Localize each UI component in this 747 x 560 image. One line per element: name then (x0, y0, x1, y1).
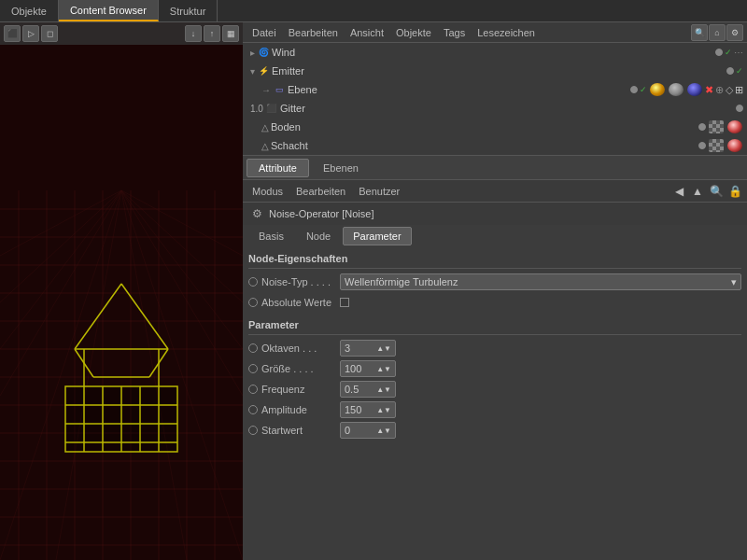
obj-row-emitter[interactable]: ▾ ⚡ Emitter ✓ (243, 62, 747, 80)
menu-tags[interactable]: Tags (438, 25, 471, 40)
startwert-radio[interactable] (248, 426, 258, 435)
svg-line-27 (121, 190, 243, 302)
node-divider (248, 268, 741, 269)
startwert-input[interactable]: 0 ▲▼ (340, 422, 396, 439)
menu-datei[interactable]: Datei (247, 25, 282, 40)
groesse-input[interactable]: 100 ▲▼ (340, 360, 396, 377)
oktaven-radio[interactable] (248, 343, 258, 353)
absolute-werte-label: Absolute Werte (261, 297, 336, 308)
boden-dots (698, 120, 743, 133)
menu-ansicht[interactable]: Ansicht (345, 25, 389, 40)
gitter-name: Gitter (280, 103, 734, 114)
viewport-btn-nav1[interactable]: ↓ (185, 25, 202, 42)
obj-row-gitter[interactable]: 1.0 ⬛ Gitter (243, 99, 747, 118)
viewport-btn-nav2[interactable]: ↑ (204, 25, 220, 42)
absolute-werte-checkbox[interactable] (340, 298, 349, 307)
noise-tab-node[interactable]: Node (296, 227, 341, 245)
top-tab-bar: Objekte Content Browser Struktur (0, 0, 747, 22)
tab-attribute[interactable]: Attribute (247, 159, 309, 177)
schacht-name: Schacht (271, 140, 697, 151)
viewport-btn-2[interactable]: ▷ (22, 25, 39, 42)
frequenz-input[interactable]: 0.5 ▲▼ (340, 381, 396, 398)
menu-home-btn[interactable]: ⌂ (709, 24, 726, 41)
oktaven-stepper-icon: ▲▼ (376, 344, 391, 353)
frequenz-label: Frequenz (261, 384, 336, 395)
noise-type-value: Wellenförmige Turbulenz (345, 276, 458, 287)
svg-line-37 (75, 349, 93, 377)
obj-row-wind[interactable]: ▸ 🌀 Wind ✓ ⋯ (243, 43, 747, 62)
emitter-dots: ✓ (726, 66, 743, 76)
groesse-radio[interactable] (248, 364, 258, 373)
amplitude-label: Amplitude (261, 404, 336, 415)
attr-toolbar-left: Modus Bearbeiten Benutzer (247, 184, 405, 199)
frequenz-radio[interactable] (248, 385, 258, 394)
menu-search-btn[interactable]: 🔍 (691, 24, 708, 41)
attr-benutzer-btn[interactable]: Benutzer (353, 184, 405, 199)
svg-rect-0 (0, 22, 243, 560)
viewport-btn-1[interactable]: ⬛ (4, 25, 21, 42)
svg-line-23 (121, 190, 243, 396)
noise-type-label: Noise-Typ . . . . (261, 276, 336, 287)
node-properties-section: Node-Eigenschaften Noise-Typ . . . . Wel… (243, 247, 747, 319)
svg-line-25 (121, 190, 243, 349)
amplitude-stepper-icon: ▲▼ (376, 406, 391, 414)
svg-line-28 (0, 190, 121, 256)
svg-line-22 (0, 190, 121, 396)
noise-tabs: Basis Node Parameter (243, 225, 747, 247)
parameter-section: Parameter Oktaven . . . 3 ▲▼ Größe . . .… (243, 319, 747, 447)
groesse-row: Größe . . . . 100 ▲▼ (248, 359, 741, 378)
emitter-name: Emitter (272, 65, 725, 77)
tab-ebenen[interactable]: Ebenen (311, 159, 371, 177)
wind-dots: ✓ ⋯ (715, 48, 743, 58)
node-section-title: Node-Eigenschaften (248, 253, 741, 264)
groesse-stepper-icon: ▲▼ (376, 365, 391, 373)
chevron-down-icon: ▾ (731, 276, 737, 288)
menu-options-btn[interactable]: ⚙ (726, 24, 743, 41)
startwert-stepper-icon: ▲▼ (376, 427, 391, 435)
tab-content-browser[interactable]: Content Browser (59, 0, 159, 21)
menu-lesezeichen[interactable]: Lesezeichen (472, 25, 541, 40)
wind-name: Wind (272, 47, 713, 58)
obj-row-boden[interactable]: △ Boden (243, 118, 747, 136)
absolute-werte-row: Absolute Werte (248, 293, 741, 312)
schacht-dots (698, 139, 743, 152)
main-layout: ⬛ ▷ ◻ ↓ ↑ ▦ Datei Bearbeiten Ansicht Obj… (0, 22, 747, 560)
attr-search-icon[interactable]: 🔍 (708, 183, 725, 200)
frequenz-row: Frequenz 0.5 ▲▼ (248, 380, 741, 399)
param-divider (248, 334, 741, 335)
param-section-title: Parameter (248, 319, 741, 330)
noise-type-radio[interactable] (248, 277, 258, 287)
noise-tab-parameter[interactable]: Parameter (343, 227, 411, 245)
svg-line-32 (0, 190, 121, 560)
viewport-btn-3[interactable]: ◻ (41, 25, 58, 42)
menu-bearbeiten[interactable]: Bearbeiten (283, 25, 344, 40)
obj-row-schacht[interactable]: △ Schacht (243, 136, 747, 155)
attr-modus-btn[interactable]: Modus (247, 184, 289, 199)
attr-nav-up-icon[interactable]: ▲ (689, 183, 706, 200)
attr-nav-left-icon[interactable]: ◀ (670, 183, 687, 200)
frequenz-stepper-icon: ▲▼ (376, 385, 391, 394)
noise-tab-basis[interactable]: Basis (248, 227, 294, 245)
svg-line-24 (0, 190, 121, 349)
menu-objekte[interactable]: Objekte (390, 25, 437, 40)
tab-struktur[interactable]: Struktur (159, 0, 218, 21)
emitter-icon: ⚡ (257, 64, 270, 77)
noise-type-dropdown[interactable]: Wellenförmige Turbulenz ▾ (340, 273, 741, 290)
svg-line-31 (121, 190, 187, 560)
viewport-btn-nav3[interactable]: ▦ (222, 25, 239, 42)
attr-lock-icon[interactable]: 🔒 (726, 183, 743, 200)
attr-bearbeiten-btn[interactable]: Bearbeiten (290, 184, 351, 199)
attribute-tabs: Attribute Ebenen (243, 156, 747, 180)
ebene-icon: ▭ (273, 83, 286, 96)
absolute-werte-radio[interactable] (248, 298, 258, 307)
obj-row-ebene[interactable]: → ▭ Ebene ✓ ✖ ⊕ ◇ ⊞ (243, 80, 747, 99)
oktaven-input[interactable]: 3 ▲▼ (340, 340, 396, 357)
groesse-label: Größe . . . . (261, 363, 336, 374)
tab-objekte[interactable]: Objekte (0, 0, 59, 21)
amplitude-radio[interactable] (248, 405, 258, 414)
svg-line-33 (121, 190, 243, 560)
ebene-name: Ebene (288, 84, 628, 95)
svg-line-26 (0, 190, 121, 302)
amplitude-input[interactable]: 150 ▲▼ (340, 401, 396, 418)
startwert-row: Startwert 0 ▲▼ (248, 421, 741, 440)
